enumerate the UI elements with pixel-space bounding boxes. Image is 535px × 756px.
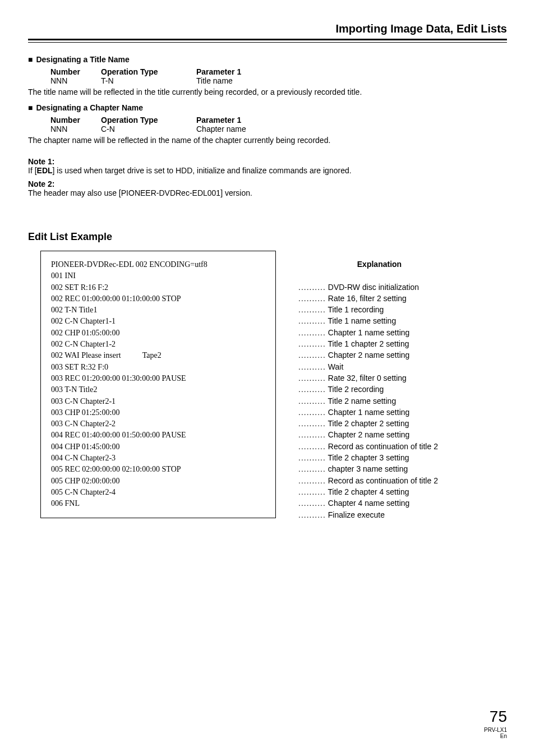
dots-icon: .......... [298,397,326,405]
section-title-name: ■Designating a Title Name [28,55,507,64]
explanation-line: .......... Record as continuation of tit… [298,475,438,486]
col-optype-head: Operation Type [101,116,196,125]
explanation-line: .......... Title 1 recording [298,304,438,315]
explanation-line: .......... Chapter 1 name setting [298,327,438,338]
header-title: Importing Image Data, Edit Lists [28,22,507,39]
dots-icon: .......... [298,453,326,462]
explanation-line: .......... Title 1 chapter 2 setting [298,338,438,349]
section-chapter-desc: The chapter name will be reflected in th… [28,136,507,145]
col-number-val: NNN [50,76,101,85]
note2-label: Note 2: [28,179,507,188]
dots-icon: .......... [298,487,326,496]
param-header-row: Number Operation Type Parameter 1 [50,116,507,125]
note1-label: Note 1: [28,157,507,166]
col-optype-head: Operation Type [101,67,196,76]
example-heading: Edit List Example [28,231,507,243]
col-number-head: Number [50,116,101,125]
explanation-line: .......... Title 2 chapter 3 setting [298,452,438,463]
edl-line: 004 CHP 01:45:00:00 [51,441,265,453]
page-lang: En [484,733,507,739]
edl-line: 001 INI [51,270,265,282]
page-header: Importing Image Data, Edit Lists [28,22,507,43]
dots-icon: .......... [298,294,326,303]
explanation-line: .......... DVD-RW disc initialization [298,282,438,293]
explanation-list: .......... DVD-RW disc initialization...… [298,270,438,520]
page-number: 75 [484,708,507,726]
explanation-heading: Explanation [298,259,438,270]
note1-bold: EDL [37,166,53,175]
dots-icon: .......... [298,430,326,439]
edl-line: 002 C-N Chapter1-1 [51,316,265,327]
col-param1-val: Chapter name [196,125,507,133]
edl-line: 003 C-N Chapter2-2 [51,418,265,430]
param-value-row: NNN C-N Chapter name [50,125,507,133]
param-block-chapter: Number Operation Type Parameter 1 NNN C-… [50,116,507,133]
dots-icon: .......... [298,442,326,451]
page-footer: 75 PRV-LX1 En [484,708,507,739]
explanation-line: .......... Title 2 recording [298,384,438,395]
example-container: PIONEER-DVDRec-EDL 002 ENCODING=utf8001 … [28,251,507,520]
explanation-line: .......... Title 2 chapter 4 setting [298,486,438,497]
section-chapter-name-text: Designating a Chapter Name [36,103,143,112]
note1-pre: If [ [28,166,37,175]
note1-post: ] is used when target drive is set to HD… [53,166,352,175]
explanation-line: .......... Chapter 1 name setting [298,407,438,418]
explanation-line: .......... Record as continuation of tit… [298,441,438,452]
note1-text: If [EDL] is used when target drive is se… [28,166,507,175]
note2-text: The header may also use [PIONEER-DVDRec-… [28,188,507,197]
explanation-line: .......... Rate 32, filter 0 setting [298,372,438,384]
edl-line: 004 REC 01:40:00:00 01:50:00:00 PAUSE [51,430,265,441]
col-param1-head: Parameter 1 [196,67,507,76]
explanation-line: .......... Title 2 chapter 2 setting [298,418,438,429]
dots-icon: .......... [298,339,326,348]
edl-line: 002 WAI Please insert Tape2 [51,350,265,361]
edl-line: 002 CHP 01:05:00:00 [51,328,265,339]
edl-line: 003 SET R:32 F:0 [51,362,265,373]
dots-icon: .......... [298,385,326,394]
edl-line: 002 REC 01:00:00:00 01:10:00:00 STOP [51,293,265,305]
bullet-icon: ■ [28,55,33,64]
rule-thick [28,39,507,40]
explanation-line: .......... Rate 16, filter 2 setting [298,293,438,304]
dots-icon: .......... [298,419,326,428]
dots-icon: .......... [298,283,326,292]
dots-icon: .......... [298,408,326,417]
col-optype-val: C-N [101,125,196,133]
dots-icon: .......... [298,374,326,382]
bullet-icon: ■ [28,103,33,112]
explanation-line: .......... Title 2 name setting [298,395,438,407]
dots-icon: .......... [298,476,326,485]
edl-line: 005 REC 02:00:00:00 02:10:00:00 STOP [51,464,265,475]
col-optype-val: T-N [101,76,196,85]
dots-icon: .......... [298,305,326,314]
explanation-column: Explanation .......... DVD-RW disc initi… [298,251,438,520]
page-model: PRV-LX1 [484,727,507,733]
section-chapter-name: ■Designating a Chapter Name [28,103,507,112]
param-header-row: Number Operation Type Parameter 1 [50,67,507,76]
explanation-line: .......... Finalize execute [298,509,438,520]
edl-line: 003 CHP 01:25:00:00 [51,407,265,418]
edl-line: 002 T-N Title1 [51,305,265,316]
explanation-line: .......... Wait [298,361,438,372]
col-number-head: Number [50,67,101,76]
edl-line: 004 C-N Chapter2-3 [51,453,265,464]
dots-icon: .......... [298,499,326,508]
edl-line: 002 SET R:16 F:2 [51,282,265,293]
edl-line: PIONEER-DVDRec-EDL 002 ENCODING=utf8 [51,259,265,270]
explanation-line: .......... Chapter 2 name setting [298,429,438,440]
edl-line: 003 T-N Title2 [51,384,265,395]
param-value-row: NNN T-N Title name [50,76,507,85]
explanation-line: .......... Title 1 name setting [298,315,438,326]
param-block-title: Number Operation Type Parameter 1 NNN T-… [50,67,507,85]
col-number-val: NNN [50,125,101,133]
explanation-line: .......... Chapter 2 name setting [298,349,438,361]
dots-icon: .......... [298,328,326,337]
explanation-line [298,270,438,281]
section-title-name-text: Designating a Title Name [36,55,129,64]
edl-line: 002 C-N Chapter1-2 [51,339,265,350]
col-param1-head: Parameter 1 [196,116,507,125]
section-title-desc: The title name will be reflected in the … [28,87,507,96]
dots-icon: .......... [298,464,326,473]
edl-line: 005 CHP 02:00:00:00 [51,476,265,487]
edl-line: 003 REC 01:20:00:00 01:30:00:00 PAUSE [51,373,265,384]
